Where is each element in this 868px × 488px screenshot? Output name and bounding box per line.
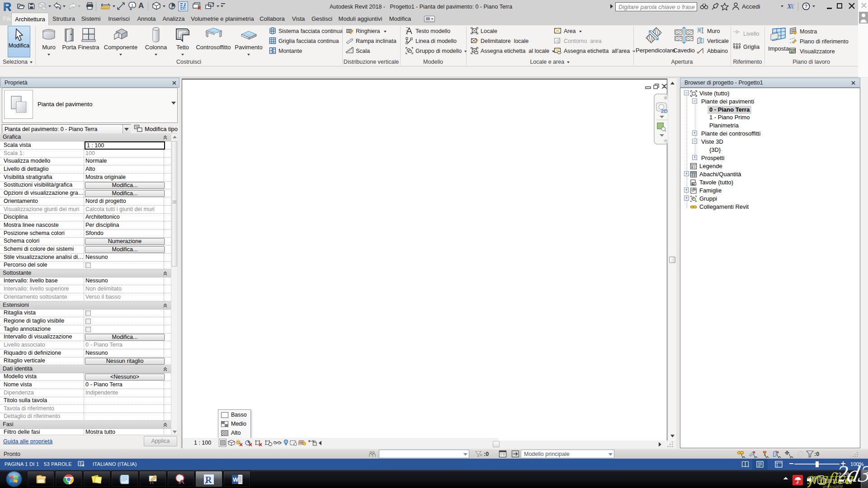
svg-text:X: X xyxy=(789,3,795,10)
svg-text:W: W xyxy=(233,476,239,483)
svg-text:?: ? xyxy=(805,4,808,9)
svg-text:R: R xyxy=(3,1,11,12)
svg-text:R: R xyxy=(205,475,212,485)
svg-text:1: 1 xyxy=(131,3,133,8)
